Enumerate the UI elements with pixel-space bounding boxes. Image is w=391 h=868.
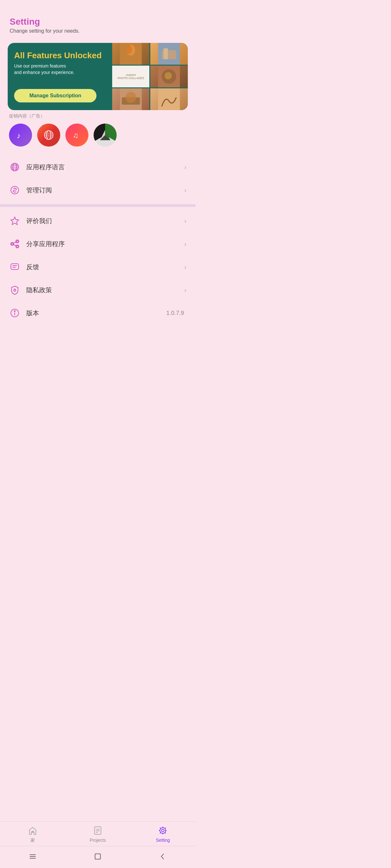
- svg-rect-5: [164, 48, 168, 59]
- photo-cell-2: [150, 43, 188, 65]
- svg-text:♪: ♪: [17, 131, 21, 140]
- header: Setting Change setting for your needs.: [0, 0, 196, 39]
- menu-label-version: 版本: [26, 309, 166, 317]
- photo-cell-6: [150, 88, 188, 110]
- ad-label: 促销内容（广告）: [0, 110, 196, 121]
- page-title: Setting: [9, 17, 186, 27]
- svg-point-8: [165, 72, 172, 80]
- svg-point-29: [16, 240, 18, 242]
- page-subtitle: Change setting for your needs.: [9, 28, 186, 34]
- menu-label-feedback: 反馈: [26, 263, 184, 271]
- svg-rect-37: [11, 264, 19, 270]
- chevron-icon: ›: [184, 163, 187, 171]
- app-icon-tiktok[interactable]: ♪: [9, 124, 32, 147]
- manage-subscription-button[interactable]: Manage Subscription: [14, 89, 96, 102]
- svg-rect-12: [158, 88, 180, 110]
- chevron-icon: ›: [184, 264, 187, 271]
- globe-icon: [9, 161, 21, 173]
- svg-point-2: [126, 45, 132, 54]
- menu-label-language: 应用程序语言: [26, 163, 184, 172]
- app-icon-lens[interactable]: [93, 124, 117, 147]
- menu-item-language[interactable]: 应用程序语言 ›: [0, 156, 196, 179]
- section-divider: [0, 204, 196, 207]
- share-icon: [9, 238, 21, 250]
- menu-item-subscription[interactable]: 管理订阅 ›: [0, 179, 196, 202]
- svg-text:♫: ♫: [73, 131, 79, 140]
- info-icon: [9, 307, 21, 319]
- app-icons-row: ♪ 🎀 ♫: [0, 121, 196, 153]
- photo-cell-4: [150, 66, 188, 87]
- svg-point-31: [16, 246, 18, 247]
- menu-label-subscription: 管理订阅: [26, 186, 184, 195]
- svg-marker-28: [11, 217, 19, 225]
- premium-banner: All Features Unlocked Use our premium fe…: [8, 43, 188, 110]
- feedback-icon: [9, 261, 21, 273]
- app-icon-music[interactable]: ♫: [65, 124, 88, 147]
- chevron-icon: ›: [184, 187, 187, 194]
- banner-left: All Features Unlocked Use our premium fe…: [8, 43, 112, 110]
- chevron-icon: ›: [184, 286, 187, 294]
- menu-section-1: 应用程序语言 › 管理订阅 ›: [0, 153, 196, 204]
- svg-point-30: [11, 243, 13, 245]
- menu-item-rate[interactable]: 评价我们 ›: [0, 209, 196, 232]
- banner-description: Use our premium featuresand enhance your…: [14, 63, 106, 75]
- photo-cell-1: [112, 43, 150, 65]
- menu-label-share: 分享应用程序: [26, 240, 184, 248]
- chevron-icon: ›: [184, 217, 187, 225]
- svg-point-40: [14, 289, 16, 291]
- ribbon-icon: 🎀: [37, 124, 44, 129]
- star-icon: [9, 215, 21, 226]
- menu-item-version: 版本 1.0.7.9: [0, 302, 196, 324]
- menu-item-privacy[interactable]: 隐私政策 ›: [0, 278, 196, 302]
- privacy-icon: [9, 284, 21, 296]
- chevron-icon: ›: [184, 240, 187, 248]
- menu-item-share[interactable]: 分享应用程序 ›: [0, 232, 196, 255]
- banner-photo-grid: AutumnPHOTO COLLAGES: [112, 43, 188, 110]
- svg-point-11: [125, 92, 136, 103]
- menu-item-feedback[interactable]: 反馈 ›: [0, 255, 196, 278]
- dollar-icon: [9, 184, 21, 196]
- banner-title: All Features Unlocked: [14, 51, 106, 61]
- photo-cell-3: AutumnPHOTO COLLAGES: [112, 66, 150, 87]
- version-value: 1.0.7.9: [166, 310, 184, 316]
- svg-point-44: [15, 311, 16, 312]
- app-icon-globe[interactable]: 🎀: [37, 124, 60, 147]
- menu-section-2: 评价我们 › 分享应用程序: [0, 207, 196, 327]
- photo-cell-5: [112, 88, 150, 110]
- menu-label-privacy: 隐私政策: [26, 286, 184, 294]
- menu-label-rate: 评价我们: [26, 217, 184, 225]
